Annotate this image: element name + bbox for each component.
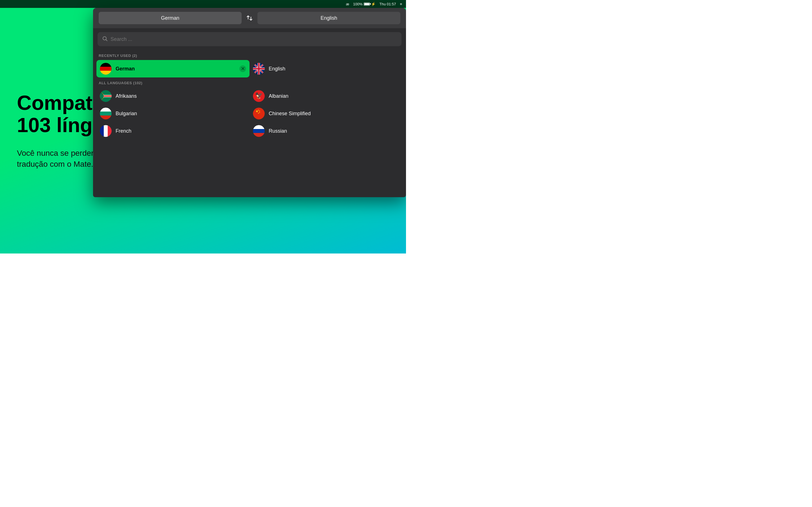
lang-row-2: Bulgarian ★ ★ ★ ★ ★ <box>96 105 403 122</box>
source-language-button[interactable]: German <box>99 12 242 24</box>
svg-rect-44 <box>253 133 265 137</box>
language-header: German English <box>93 8 406 28</box>
lang-item-english[interactable]: English <box>250 60 403 77</box>
flag-french <box>100 125 112 137</box>
svg-rect-28 <box>100 112 112 115</box>
svg-rect-15 <box>258 63 260 75</box>
remove-german-button[interactable]: ✕ <box>239 65 246 72</box>
svg-rect-29 <box>100 115 112 119</box>
flag-english <box>253 63 265 75</box>
all-languages-label: ALL LANGUAGES (102) <box>93 77 406 87</box>
svg-rect-38 <box>100 125 104 137</box>
lang-item-french[interactable]: French <box>96 122 250 140</box>
swap-languages-button[interactable] <box>245 13 255 23</box>
search-input[interactable] <box>110 36 397 42</box>
lang-item-bulgarian[interactable]: Bulgarian <box>96 105 250 122</box>
svg-rect-27 <box>100 108 112 112</box>
clock: Thu 01:57 <box>379 2 396 6</box>
lang-row-3: French Russian <box>96 122 403 140</box>
lang-item-afrikaans[interactable]: Afrikaans <box>96 87 250 105</box>
lang-name-french: French <box>116 128 132 134</box>
svg-rect-3 <box>100 63 112 67</box>
svg-line-1 <box>106 40 107 41</box>
lang-name-afrikaans: Afrikaans <box>116 93 137 99</box>
recently-used-list: German ✕ <box>93 60 406 77</box>
lang-name-russian: Russian <box>269 128 287 134</box>
lang-row-1: Afrikaans 🦅 Albanian <box>96 87 403 105</box>
charge-icon: ⚡ <box>371 2 375 6</box>
flag-russian <box>253 125 265 137</box>
flag-albanian: 🦅 <box>253 90 265 102</box>
svg-rect-40 <box>108 125 112 137</box>
search-icon <box>102 36 108 43</box>
lang-item-albanian[interactable]: 🦅 Albanian <box>250 87 403 105</box>
app-icon: æ <box>346 2 349 6</box>
svg-rect-4 <box>100 67 112 71</box>
flag-afrikaans <box>100 90 112 102</box>
menubar: æ 100% ⚡ Thu 01:57 ≡ <box>0 0 406 8</box>
search-bar <box>98 32 402 46</box>
target-language-button[interactable]: English <box>257 12 400 24</box>
lang-name-english: English <box>269 66 285 72</box>
menu-icon[interactable]: ≡ <box>400 2 402 6</box>
lang-item-german-selected[interactable]: German ✕ <box>96 60 250 77</box>
language-dropdown-panel: German English RECENTLY USED (2) <box>93 8 406 197</box>
lang-name-albanian: Albanian <box>269 93 289 99</box>
recently-used-row: German ✕ <box>96 60 403 77</box>
flag-bulgarian <box>100 108 112 119</box>
language-scroll-area[interactable]: RECENTLY USED (2) <box>93 50 406 140</box>
lang-item-russian[interactable]: Russian <box>250 122 403 140</box>
swap-icon <box>246 15 253 21</box>
all-languages-list: Afrikaans 🦅 Albanian <box>93 87 406 140</box>
battery-icon <box>364 3 370 6</box>
lang-name-german: German <box>116 66 135 72</box>
svg-text:🦅: 🦅 <box>255 92 263 100</box>
lang-name-bulgarian: Bulgarian <box>116 111 137 117</box>
svg-rect-42 <box>253 125 265 129</box>
flag-german <box>100 63 112 75</box>
svg-rect-5 <box>100 71 112 75</box>
lang-item-chinese-simplified[interactable]: ★ ★ ★ ★ ★ Chinese Simplified <box>250 105 403 122</box>
recently-used-label: RECENTLY USED (2) <box>93 50 406 60</box>
lang-name-chinese-simplified: Chinese Simplified <box>269 111 311 117</box>
svg-text:★: ★ <box>258 112 259 114</box>
svg-rect-39 <box>104 125 108 137</box>
svg-rect-43 <box>253 129 265 133</box>
flag-chinese-simplified: ★ ★ ★ ★ ★ <box>253 108 265 119</box>
battery-indicator: 100% ⚡ <box>353 2 375 6</box>
